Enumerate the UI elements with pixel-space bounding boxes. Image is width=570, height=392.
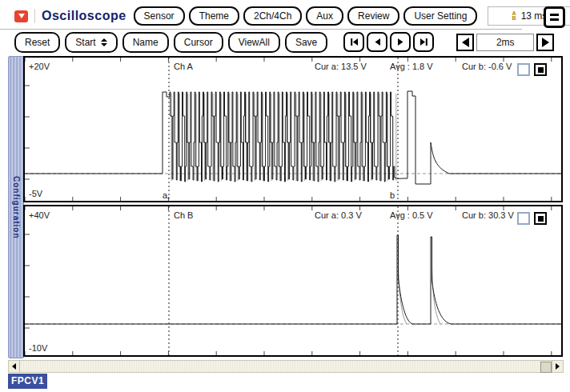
triangle-left-icon (12, 363, 16, 370)
review-button[interactable]: Review (347, 6, 399, 26)
menu-icon[interactable] (544, 6, 565, 28)
page-title: Oscilloscope (42, 9, 126, 23)
aux-button[interactable]: Aux (306, 6, 343, 26)
grid-ticks (25, 206, 552, 355)
sensor-button[interactable]: Sensor (134, 6, 185, 26)
timebase-decrease-button[interactable] (456, 34, 474, 51)
skip-first-button[interactable] (343, 32, 364, 52)
save-button[interactable]: Save (285, 32, 327, 53)
toolbar-divider (0, 29, 522, 30)
channel-mode-button[interactable]: 2Ch/4Ch (243, 6, 302, 26)
triangle-down-icon (18, 14, 25, 18)
channel-a-bottom-voltage: -5V (29, 189, 42, 198)
skip-last-button[interactable] (413, 32, 434, 52)
timebase-display: 2ms (476, 34, 534, 51)
channel-a-avg-readout: Avg : 1.8 V (390, 62, 433, 71)
theme-button[interactable]: Theme (189, 6, 239, 26)
scrollbar-thumb[interactable] (540, 362, 552, 373)
channel-b-top-voltage: +40V (29, 210, 50, 220)
channel-b-panel: +40V Ch B Cur a: 0.3 V Avg : 0.5 V Cur b… (23, 205, 563, 357)
reset-button[interactable]: Reset (14, 32, 60, 53)
configuration-tab[interactable]: Configuration (8, 56, 24, 358)
channel-a-cursor-a-readout: Cur a: 13.5 V (315, 62, 367, 71)
channel-b-bottom-voltage: -10V (29, 343, 47, 353)
channel-b-cursor-b-readout: Cur b: 30.3 V (462, 210, 514, 220)
oscilloscope-app: Oscilloscope Sensor Theme 2Ch/4Ch Aux Re… (0, 0, 570, 392)
timebase-increase-button[interactable] (536, 34, 554, 51)
next-icon (395, 37, 406, 47)
triangle-right-icon (542, 38, 549, 47)
channel-a-waveform-display (25, 58, 561, 201)
prev-icon (372, 37, 383, 47)
playback-controls (343, 32, 434, 52)
triangle-right-icon (556, 363, 560, 370)
channel-b-cursor-a-readout: Cur a: 0.3 V (315, 210, 362, 220)
configuration-tab-label: Configuration (12, 176, 21, 239)
name-button[interactable]: Name (122, 32, 169, 53)
user-setting-button[interactable]: User Setting (403, 6, 477, 26)
spinner-icon (101, 38, 107, 46)
channel-a-panel: +20V Ch A Cur a: 13.5 V Avg : 1.8 V Cur … (23, 56, 563, 202)
channel-b-trace (25, 235, 561, 324)
channel-a-checkbox-checked[interactable] (534, 63, 547, 76)
channel-b-name: Ch B (174, 210, 193, 220)
cursor-button[interactable]: Cursor (174, 32, 223, 53)
skip-first-icon (349, 37, 359, 47)
channel-b-checkbox-checked[interactable] (534, 212, 547, 225)
channel-a-checkbox-unchecked[interactable] (517, 63, 530, 76)
channel-a-top-voltage: +20V (29, 62, 50, 71)
skip-last-icon (419, 37, 429, 47)
timebase-control: 2ms (456, 34, 554, 51)
channel-a-name: Ch A (174, 62, 193, 71)
scroll-left-button[interactable] (9, 361, 20, 372)
viewall-button[interactable]: ViewAll (228, 32, 280, 53)
next-button[interactable] (390, 32, 411, 52)
cursor-b-label: b (387, 190, 395, 200)
title-bar: Oscilloscope Sensor Theme 2Ch/4Ch Aux Re… (14, 5, 570, 27)
channel-b-waveform-display (25, 206, 561, 355)
divider (34, 9, 35, 23)
triangle-left-icon (462, 38, 469, 47)
cursor-a-label: a (159, 190, 167, 200)
start-button[interactable]: Start (65, 32, 117, 53)
horizontal-scrollbar[interactable] (8, 360, 564, 373)
ab-cursor-icon: AB (512, 11, 516, 21)
prev-button[interactable] (367, 32, 387, 52)
channel-a-trace (25, 91, 561, 184)
main-toolbar: Reset Start Name Cursor ViewAll Save 2ms (14, 31, 554, 53)
channel-b-checkbox-unchecked[interactable] (517, 212, 530, 225)
scroll-right-button[interactable] (552, 361, 563, 372)
channel-b-avg-readout: Avg : 0.5 V (390, 210, 433, 220)
channel-a-cursor-b-readout: Cur b: -0.6 V (462, 62, 512, 71)
app-dropdown-icon[interactable] (14, 10, 28, 22)
status-tab-fpcv1[interactable]: FPCV1 (8, 374, 47, 389)
